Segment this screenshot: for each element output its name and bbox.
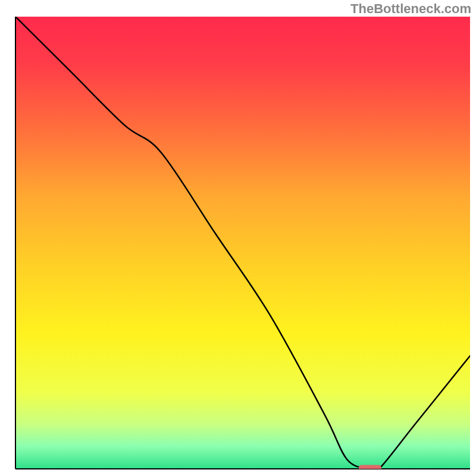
watermark-text: TheBottleneck.com [350, 1, 471, 17]
chart-svg [0, 0, 476, 476]
chart-container: TheBottleneck.com [0, 0, 476, 476]
optimal-marker [359, 465, 381, 471]
